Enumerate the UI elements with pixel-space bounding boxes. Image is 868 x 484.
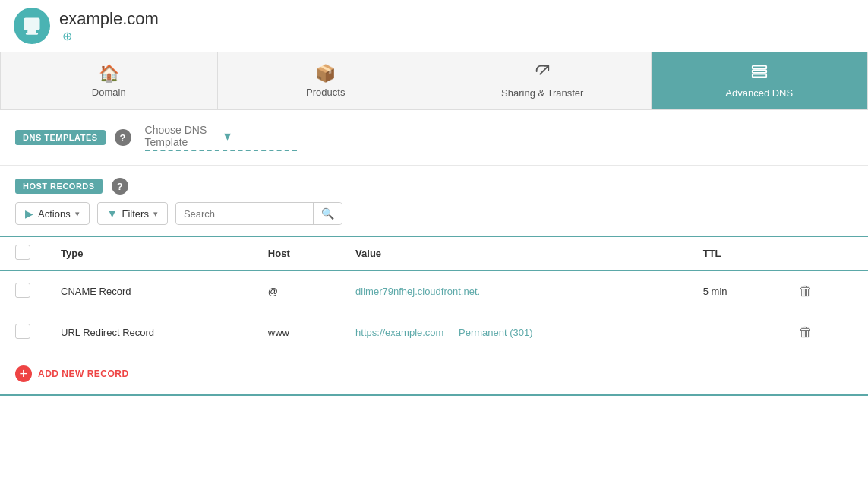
row1-type: CNAME Record [46, 270, 253, 312]
table-header-row: Type Host Value TTL [0, 236, 868, 270]
site-header: example.com ⊕ [0, 0, 868, 52]
dns-template-placeholder: Choose DNS Template [145, 124, 218, 148]
table-row: CNAME Record @ dlimer79nfhej.cloudfront.… [0, 270, 868, 312]
row1-delete-button[interactable]: 🗑 [794, 282, 817, 301]
tab-products[interactable]: 📦 Products [218, 52, 435, 109]
col-value: Value [340, 236, 688, 270]
search-button[interactable]: 🔍 [313, 203, 342, 224]
row2-checkbox-cell [0, 312, 46, 353]
row1-checkbox-cell [0, 270, 46, 312]
row2-redirect-type: Permanent (301) [459, 327, 533, 338]
col-type: Type [46, 236, 253, 270]
chevron-down-icon: ▾ [224, 128, 297, 144]
nav-tabs: 🏠 Domain 📦 Products Sharing & Transfer A… [0, 52, 868, 110]
row1-value: dlimer79nfhej.cloudfront.net. [340, 270, 688, 312]
add-record-label: ADD NEW RECORD [38, 369, 129, 379]
tab-sharing-transfer[interactable]: Sharing & Transfer [434, 52, 652, 109]
dns-templates-help-icon[interactable]: ? [115, 129, 131, 146]
plus-circle-icon: + [15, 365, 32, 382]
row2-delete-button[interactable]: 🗑 [794, 323, 817, 342]
svg-rect-1 [27, 30, 36, 33]
actions-chevron-icon: ▾ [75, 209, 80, 219]
filters-button[interactable]: ▼ Filters ▾ [97, 202, 168, 225]
domain-name: example.com [59, 9, 159, 29]
tab-domain[interactable]: 🏠 Domain [0, 52, 218, 109]
row1-host: @ [253, 270, 340, 312]
tab-advanced-dns-label: Advanced DNS [725, 87, 793, 99]
row2-ttl [688, 312, 779, 353]
filters-label: Filters [122, 208, 149, 220]
add-domain-icon[interactable]: ⊕ [62, 29, 159, 43]
tab-sharing-label: Sharing & Transfer [501, 87, 583, 99]
dns-templates-label: DNS TEMPLATES [15, 130, 106, 145]
search-input[interactable] [176, 204, 313, 224]
filters-chevron-icon: ▾ [153, 209, 158, 219]
filter-icon: ▼ [107, 207, 118, 220]
row2-host: www [253, 312, 340, 353]
host-records-help-icon[interactable]: ? [112, 178, 128, 195]
row2-checkbox[interactable] [15, 324, 30, 339]
domain-tab-icon: 🏠 [99, 64, 119, 84]
svg-line-3 [541, 66, 549, 74]
records-toolbar: ▶ Actions ▾ ▼ Filters ▾ 🔍 [0, 202, 868, 236]
site-logo [14, 8, 50, 44]
col-actions [779, 236, 868, 270]
row1-checkbox[interactable] [15, 283, 30, 298]
host-records-header: HOST RECORDS ? [0, 166, 868, 202]
tab-domain-label: Domain [92, 87, 126, 98]
svg-rect-4 [753, 66, 766, 69]
select-all-checkbox[interactable] [15, 245, 30, 260]
row1-delete-cell: 🗑 [779, 270, 868, 312]
col-checkbox [0, 236, 46, 270]
add-record-section: + ADD NEW RECORD [0, 353, 868, 396]
host-records-label: HOST RECORDS [15, 179, 103, 194]
tab-advanced-dns[interactable]: Advanced DNS [652, 52, 869, 109]
tab-products-label: Products [306, 87, 345, 98]
col-ttl: TTL [688, 236, 779, 270]
products-tab-icon: 📦 [315, 64, 336, 84]
row2-delete-cell: 🗑 [779, 312, 868, 353]
search-box: 🔍 [175, 202, 342, 225]
play-icon: ▶ [25, 207, 33, 220]
svg-rect-0 [24, 18, 40, 30]
svg-rect-5 [753, 70, 766, 73]
dns-template-dropdown[interactable]: Choose DNS Template ▾ [145, 124, 297, 151]
dns-templates-section: DNS TEMPLATES ? Choose DNS Template ▾ [0, 110, 868, 166]
table-row: URL Redirect Record www https://example.… [0, 312, 868, 353]
svg-rect-6 [753, 74, 766, 78]
add-new-record-button[interactable]: + ADD NEW RECORD [15, 365, 129, 382]
svg-rect-2 [26, 33, 38, 34]
actions-label: Actions [38, 208, 71, 220]
col-host: Host [253, 236, 340, 270]
row2-type: URL Redirect Record [46, 312, 253, 353]
main-content: DNS TEMPLATES ? Choose DNS Template ▾ HO… [0, 110, 868, 396]
row2-value: https://example.com Permanent (301) [340, 312, 688, 353]
row1-ttl: 5 min [688, 270, 779, 312]
advanced-dns-tab-icon [751, 63, 768, 84]
records-table: Type Host Value TTL CNAME Record @ dlime… [0, 236, 868, 353]
sharing-tab-icon [534, 63, 551, 84]
actions-button[interactable]: ▶ Actions ▾ [15, 202, 90, 225]
